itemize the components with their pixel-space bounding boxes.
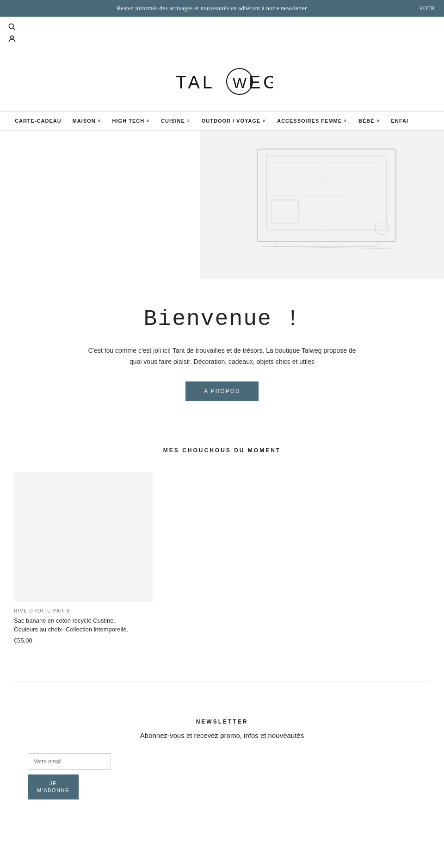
- svg-line-17: [262, 246, 391, 249]
- svg-rect-8: [266, 156, 387, 230]
- product-image: [14, 472, 153, 602]
- newsletter-form: JEM'ABONNE: [28, 753, 120, 800]
- newsletter-section: NEWSLETTER Abonnez-vous et recevez promo…: [0, 700, 444, 828]
- product-card[interactable]: RIVE DROITE PARIS Sac banane en coton re…: [14, 472, 153, 644]
- nav-bebe[interactable]: BÉBÉ ∨: [353, 112, 386, 130]
- icon-row: [0, 17, 444, 49]
- svg-text:W: W: [233, 75, 247, 91]
- welcome-title: Bienvenue !: [37, 306, 407, 331]
- hero-image: [200, 131, 444, 279]
- email-input[interactable]: [28, 753, 111, 770]
- chevron-down-icon: ∨: [187, 119, 191, 123]
- nav-accessoires[interactable]: ACCESSOIRES FEMME ∨: [271, 112, 353, 130]
- nav-cuisine[interactable]: CUISINE ∨: [155, 112, 196, 130]
- welcome-section: Bienvenue ! C'est fou comme c'est joli i…: [0, 279, 444, 419]
- banner-text: Restez informés des arrivages et nouveau…: [9, 5, 414, 12]
- product-price: €55,00: [14, 637, 153, 644]
- top-banner: Restez informés des arrivages et nouveau…: [0, 0, 444, 17]
- chevron-down-icon: ∨: [146, 119, 150, 123]
- search-icon[interactable]: [7, 22, 17, 31]
- nav-carte-cadeau[interactable]: CARTE-CADEAU: [9, 112, 67, 130]
- apropos-button[interactable]: A PROPOS: [185, 381, 259, 401]
- product-name: Sac banane en coton recyclé Custine.Coul…: [14, 616, 153, 634]
- svg-point-2: [11, 36, 14, 39]
- hero-section: [0, 131, 444, 279]
- svg-rect-9: [276, 242, 377, 246]
- subscribe-button[interactable]: JEM'ABONNE: [28, 774, 79, 800]
- products-section-title: MES CHOUCHOUS DU MOMENT: [14, 447, 430, 454]
- svg-text:EG: EG: [249, 73, 273, 92]
- logo-section: TAL W EG: [0, 49, 444, 111]
- navbar: CARTE-CADEAU MAISON ∨ HIGH TECH ∨ CUISIN…: [0, 111, 444, 131]
- account-icon[interactable]: [7, 34, 17, 44]
- svg-text:TAL: TAL: [176, 73, 215, 92]
- logo[interactable]: TAL W EG: [171, 63, 273, 100]
- svg-line-1: [13, 28, 15, 30]
- svg-point-0: [9, 24, 13, 28]
- nav-high-tech[interactable]: HIGH TECH ∨: [107, 112, 156, 130]
- welcome-text: C'est fou comme c'est joli ici! Tant de …: [83, 345, 361, 368]
- newsletter-title: NEWSLETTER: [14, 718, 430, 725]
- chevron-down-icon: ∨: [376, 119, 380, 123]
- section-divider: [14, 681, 430, 681]
- chevron-down-icon: ∨: [262, 119, 266, 123]
- products-section: MES CHOUCHOUS DU MOMENT RIVE DROITE PARI…: [0, 419, 444, 662]
- newsletter-subtitle: Abonnez-vous et recevez promo, infos et …: [14, 731, 430, 739]
- banner-right: VOTR: [414, 5, 435, 12]
- chevron-down-icon: ∨: [98, 119, 101, 123]
- nav-enfai[interactable]: ENFAI: [386, 112, 414, 130]
- svg-rect-14: [271, 200, 299, 223]
- nav-outdoor[interactable]: OUTDOOR / VOYAGE ∨: [196, 112, 271, 130]
- chevron-down-icon: ∨: [344, 119, 347, 123]
- product-brand: RIVE DROITE PARIS: [14, 608, 153, 613]
- nav-maison[interactable]: MAISON ∨: [67, 112, 107, 130]
